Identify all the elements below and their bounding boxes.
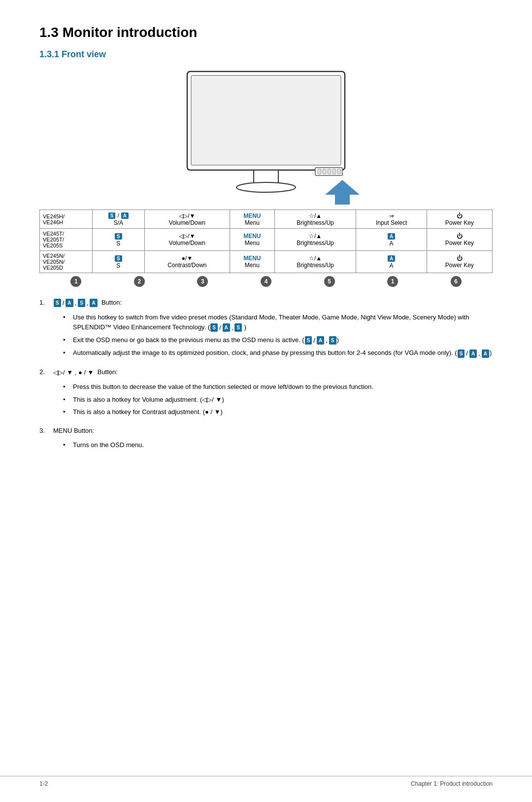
s-badge: S xyxy=(115,233,122,240)
vol-icon: ◁▷/▼ xyxy=(179,233,195,240)
btn5-label: A xyxy=(390,262,394,269)
main-title: 1.3 Monitor introduction xyxy=(39,25,493,40)
bright-label: Brightness/Up xyxy=(297,240,333,246)
power-icon: ⏻ xyxy=(457,212,463,219)
vol-label: Volume/Down xyxy=(169,240,205,246)
section-title: 1.3.1 Front view xyxy=(39,49,493,60)
contrast-label: Contrast/Down xyxy=(167,262,206,269)
svg-rect-7 xyxy=(323,169,326,174)
bullet-2-2-text: This is also a hotkey for Volume adjustm… xyxy=(73,395,224,405)
bright-label: Brightness/Up xyxy=(297,219,333,226)
svg-rect-10 xyxy=(337,169,341,174)
btn4-cell: ☆/▲ Brightness/Up xyxy=(274,251,356,273)
buttons-table-wrap: VE245H/VE246H S / A S/A ◁▷/▼ Volume/Down… xyxy=(39,209,493,287)
item-1: 1. S / A , S , A Button: • Use this hotk… xyxy=(39,298,493,363)
s-badge: S xyxy=(115,255,122,262)
circle-1: 1 xyxy=(70,276,81,287)
bright-icon: ☆/▲ xyxy=(309,233,322,240)
bullet-1-1-text: Use this hotkey to switch from five vide… xyxy=(73,313,493,332)
vol-icon: ◁▷/▼ xyxy=(179,212,195,219)
btn6-cell: ⏻ Power Key xyxy=(427,210,492,229)
btn5-cell: ⇒ Input Select xyxy=(356,210,427,229)
power-label: Power Key xyxy=(445,219,474,226)
model-cell: VE245H/VE246H xyxy=(40,210,93,229)
btn6-cell: ⏻ Power Key xyxy=(427,229,492,251)
btn3-cell: MENU Menu xyxy=(230,229,275,251)
menu-badge: MENU xyxy=(243,212,261,219)
footer-chapter: Chapter 1: Product introduction xyxy=(411,780,493,787)
power-label: Power Key xyxy=(445,240,474,246)
item-3: 3. MENU Button: • Turns on the OSD menu. xyxy=(39,426,493,455)
bullet-1-1: • Use this hotkey to switch from five vi… xyxy=(63,313,493,332)
bullet-3-1: • Turns on the OSD menu. xyxy=(63,440,144,450)
btn3-cell: MENU Menu xyxy=(230,210,275,229)
table-row: VE245H/VE246H S / A S/A ◁▷/▼ Volume/Down… xyxy=(40,210,493,229)
bullet-dot: • xyxy=(63,335,71,345)
item-2-content: ◁▷/ ▼ , ● / ▼ Button: • Press this butto… xyxy=(53,367,373,422)
btn4-cell: ☆/▲ Brightness/Up xyxy=(274,229,356,251)
svg-point-4 xyxy=(236,182,296,192)
item-3-bullets: • Turns on the OSD menu. xyxy=(63,440,144,450)
bright-icon: ☆/▲ xyxy=(309,255,322,262)
footer-page-num: 1-2 xyxy=(39,780,48,787)
a-badge: A xyxy=(121,212,129,219)
btn5-label: A xyxy=(390,240,394,247)
power-icon: ⏻ xyxy=(457,255,463,262)
bullet-2-1: • Press this button to decrease the valu… xyxy=(63,382,373,392)
bullet-dot: • xyxy=(63,382,71,392)
item-3-content: MENU Button: • Turns on the OSD menu. xyxy=(53,426,144,455)
bright-icon: ☆/▲ xyxy=(309,212,322,219)
btn1-cell: S S xyxy=(92,229,144,251)
circle-3: 3 xyxy=(197,276,208,287)
svg-rect-9 xyxy=(332,169,336,174)
svg-rect-6 xyxy=(318,169,321,174)
vol-label: Volume/Down xyxy=(169,219,205,226)
contrast-icon: ●/▼ xyxy=(182,255,193,262)
circle-6: 6 xyxy=(451,276,462,287)
btn6-cell: ⏻ Power Key xyxy=(427,251,492,273)
menu-badge: MENU xyxy=(243,233,261,240)
item-3-heading: MENU Button: xyxy=(53,427,94,434)
s-icon: S xyxy=(54,299,61,307)
circle-numbers-row: 1 2 3 4 5 1 6 xyxy=(39,276,493,287)
btn2-cell: ●/▼ Contrast/Down xyxy=(144,251,230,273)
svg-rect-8 xyxy=(328,169,331,174)
svg-rect-1 xyxy=(191,75,341,165)
table-row: VE245T/VE205T/VE205S S S ◁▷/▼ Volume/Dow… xyxy=(40,229,493,251)
menu-badge: MENU xyxy=(243,255,261,262)
bullet-dot: • xyxy=(63,348,71,358)
btn5-cell: A A xyxy=(356,251,427,273)
menu-label: Menu xyxy=(245,262,260,269)
s-badge: S xyxy=(108,212,116,219)
btn1-cell: S / A S/A xyxy=(92,210,144,229)
btn1-cell: S S xyxy=(92,251,144,273)
bullet-2-3-text: This is also a hotkey for Contrast adjus… xyxy=(73,407,223,417)
model-cell: VE245N/VE205N/VE205D xyxy=(40,251,93,273)
buttons-table: VE245H/VE246H S / A S/A ◁▷/▼ Volume/Down… xyxy=(39,209,493,273)
svg-marker-11 xyxy=(325,180,360,205)
content-section: 1. S / A , S , A Button: • Use this hotk… xyxy=(39,298,493,455)
bullet-dot: • xyxy=(63,313,71,322)
circle-1b: 1 xyxy=(387,276,398,287)
item-1-bullets: • Use this hotkey to switch from five vi… xyxy=(63,313,493,358)
table-row: VE245N/VE205N/VE205D S S ●/▼ Contrast/Do… xyxy=(40,251,493,273)
a-badge: A xyxy=(388,233,395,240)
bullet-1-2-text: Exit the OSD menu or go back to the prev… xyxy=(73,335,339,345)
monitor-diagram: ASUS VE245H/VE246H S xyxy=(39,67,493,287)
menu-label: Menu xyxy=(245,219,260,226)
item-2-bullets: • Press this button to decrease the valu… xyxy=(63,382,373,417)
bullet-dot: • xyxy=(63,440,71,450)
item-2: 2. ◁▷/ ▼ , ● / ▼ Button: • Press this bu… xyxy=(39,367,493,422)
bullet-dot: • xyxy=(63,395,71,405)
bright-label: Brightness/Up xyxy=(297,262,333,269)
vol-contrast-icon-inline: ◁▷/ ▼ , ● / ▼ xyxy=(53,368,94,378)
sa-icon-inline: S / A , S , A xyxy=(53,298,98,308)
item-1-num: 1. xyxy=(39,298,53,308)
monitor-illustration: ASUS xyxy=(148,67,384,209)
a-badge: A xyxy=(388,255,395,262)
power-label: Power Key xyxy=(445,262,474,269)
menu-label: Menu xyxy=(245,240,260,246)
item-2-num: 2. xyxy=(39,367,53,377)
circle-2: 2 xyxy=(134,276,145,287)
item-1-content: S / A , S , A Button: • Use this hotkey … xyxy=(53,298,493,363)
